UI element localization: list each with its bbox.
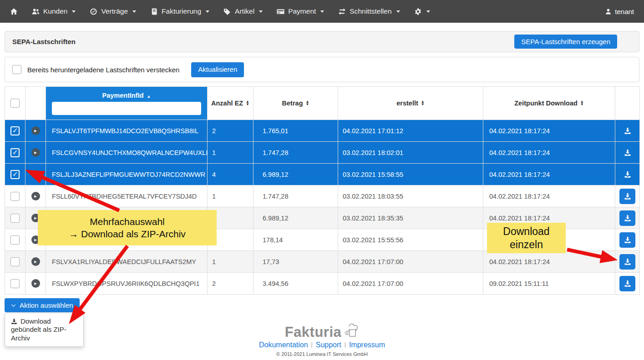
- row-checkbox[interactable]: [10, 192, 20, 201]
- nav-item-kunden[interactable]: Kunden: [32, 7, 76, 15]
- download-button[interactable]: [619, 232, 635, 248]
- row-checkbox[interactable]: [10, 214, 20, 223]
- sort-asc-icon: [147, 92, 151, 99]
- caret-down-icon: [396, 10, 400, 13]
- expand-row-icon[interactable]: [31, 126, 40, 135]
- nav-item-settings[interactable]: [414, 8, 430, 15]
- book-icon: [150, 8, 158, 15]
- payment-inf-id-cell: FSLWXPYBRDGPSRUVJ6RIIK6QDLBCHQ3QPI1: [46, 273, 208, 295]
- action-dropdown-menu: Download gebündelt als ZIP-Archiv: [5, 313, 84, 347]
- download-column-header: [615, 87, 640, 120]
- erstellt-cell: 04.02.2021 17:01:12: [338, 120, 483, 142]
- expand-row-icon[interactable]: [31, 279, 40, 288]
- row-checkbox[interactable]: [10, 257, 20, 266]
- download-button[interactable]: [619, 167, 635, 182]
- expand-row-icon[interactable]: [31, 170, 40, 179]
- sort-icon: [421, 100, 425, 106]
- footer-link-dokumentation[interactable]: Dokumentation: [259, 341, 308, 349]
- column-header-erstellt[interactable]: erstellt: [338, 87, 483, 120]
- filter-panel: Bereits heruntergeladene Lastschriften v…: [5, 57, 639, 82]
- fakturia-logo: Fakturia: [0, 319, 644, 339]
- zeitpunkt-download-cell: 04.02.2021 18:17:24: [483, 142, 615, 164]
- column-header-zeitpunkt-download[interactable]: Zeitpunkt Download: [483, 87, 615, 120]
- download-icon: [624, 258, 631, 265]
- anzahl-ez-cell: 2: [208, 273, 254, 295]
- column-header-anzahl-ez[interactable]: Anzahl EZ: [208, 87, 254, 120]
- zeitpunkt-download-cell: 04.02.2021 18:17:24: [483, 251, 615, 273]
- expand-row-icon[interactable]: [31, 192, 40, 200]
- sort-icon: [246, 100, 249, 106]
- caret-down-icon: [206, 10, 209, 13]
- footer-link-separator: |: [311, 341, 313, 348]
- row-checkbox[interactable]: [10, 126, 20, 135]
- betrag-cell: 1.765,01: [254, 120, 338, 142]
- download-icon: [624, 280, 631, 287]
- footer-links: Dokumentation|Support|Impressum: [0, 341, 644, 349]
- erstellt-cell: 03.02.2021 15:55:56: [338, 229, 483, 251]
- nav-item-vertraege[interactable]: Verträge: [90, 7, 136, 15]
- caret-down-icon: [259, 10, 263, 13]
- expand-column-header: [25, 87, 46, 120]
- payment-inf-id-cell: FSLJLJ3AZNEFLIPFMGUEWWTOJ74RCD2NWWR: [46, 164, 208, 185]
- nav-item-payment[interactable]: Payment: [277, 7, 324, 15]
- erstellt-cell: 03.02.2021 18:35:35: [338, 207, 483, 229]
- menu-item-download-zip[interactable]: Download gebündelt als ZIP-Archiv: [11, 317, 77, 342]
- expand-row-icon[interactable]: [31, 148, 40, 157]
- fakturia-logo-text: Fakturia: [285, 325, 342, 339]
- select-all-checkbox[interactable]: [10, 99, 20, 108]
- download-button[interactable]: [619, 145, 635, 160]
- betrag-cell: 1.747,28: [254, 185, 338, 207]
- row-checkbox[interactable]: [10, 170, 20, 179]
- expand-row-icon[interactable]: [31, 257, 40, 266]
- download-icon: [624, 236, 631, 244]
- caret-down-icon: [320, 10, 324, 13]
- row-checkbox[interactable]: [10, 148, 20, 157]
- column-header-paymentinfid[interactable]: PaymentInfId: [46, 87, 208, 120]
- download-button[interactable]: [619, 189, 635, 204]
- nav-item-artikel[interactable]: Artikel: [223, 7, 263, 15]
- refresh-button[interactable]: Aktualisieren: [191, 62, 244, 77]
- table-row: FSLCGVNSY4UNJCTHXMO8QWRALNCEPW4UXLD 1 1.…: [5, 142, 640, 164]
- caret-down-icon: [72, 10, 76, 13]
- nav-item-home[interactable]: [10, 8, 18, 15]
- download-icon: [11, 318, 17, 325]
- anzahl-ez-cell: 2: [208, 120, 254, 142]
- caret-down-icon: [132, 10, 136, 13]
- sort-icon: [306, 100, 309, 106]
- download-button[interactable]: [619, 276, 635, 291]
- column-header-betrag[interactable]: Betrag: [254, 87, 338, 120]
- erstellt-cell: 03.02.2021 15:58:55: [338, 164, 483, 185]
- nav-user-menu[interactable]: tenant: [605, 8, 634, 15]
- row-checkbox[interactable]: [10, 279, 20, 288]
- row-checkbox[interactable]: [10, 235, 20, 245]
- footer-link-support[interactable]: Support: [316, 341, 341, 349]
- erstellt-cell: 04.02.2021 17:07:00: [338, 273, 483, 295]
- download-button[interactable]: [619, 254, 635, 270]
- caret-down-icon: [426, 10, 430, 13]
- table-row: FSLALVJT6TPFMWBJ14DCO2EVB8QSHRSB8IL 2 1.…: [5, 120, 640, 142]
- table-row: FSLL60VYFZBDIHEG5ETERAL7VFCEY7SDJ4D 1 1.…: [5, 185, 640, 207]
- payment-inf-id-filter-input[interactable]: [52, 102, 201, 115]
- annotation-multiselect: Mehrfachauswahl → Download als ZIP-Archi…: [38, 210, 217, 245]
- sepa-table: PaymentInfId Anzahl EZ Betrag erstellt Z…: [5, 86, 640, 295]
- action-select-button[interactable]: Aktion auswählen: [5, 298, 80, 312]
- betrag-cell: 3.494,56: [254, 273, 338, 295]
- tags-icon: [223, 8, 231, 15]
- credit-card-icon: [277, 8, 284, 15]
- users-icon: [32, 8, 40, 15]
- sort-icon: [580, 100, 584, 106]
- betrag-cell: 178,14: [254, 229, 338, 251]
- table-row: FSLJLJ3AZNEFLIPFMGUEWWTOJ74RCD2NWWR 4 6.…: [5, 164, 640, 185]
- download-button[interactable]: [619, 210, 635, 226]
- footer-link-impressum[interactable]: Impressum: [349, 341, 385, 349]
- hide-downloaded-checkbox[interactable]: [12, 65, 21, 74]
- nav-item-fakturierung[interactable]: Fakturierung: [150, 7, 209, 15]
- download-button[interactable]: [619, 123, 635, 139]
- download-icon: [624, 127, 631, 135]
- erstellt-cell: 03.02.2021 18:02:01: [338, 142, 483, 164]
- nav-item-schnittstellen[interactable]: Schnittstellen: [338, 7, 400, 15]
- chevron-down-icon: [11, 303, 16, 308]
- anzahl-ez-cell: 1: [208, 185, 254, 207]
- anzahl-ez-cell: 4: [208, 164, 254, 185]
- create-sepa-button[interactable]: SEPA-Lastschriften erzeugen: [514, 35, 617, 49]
